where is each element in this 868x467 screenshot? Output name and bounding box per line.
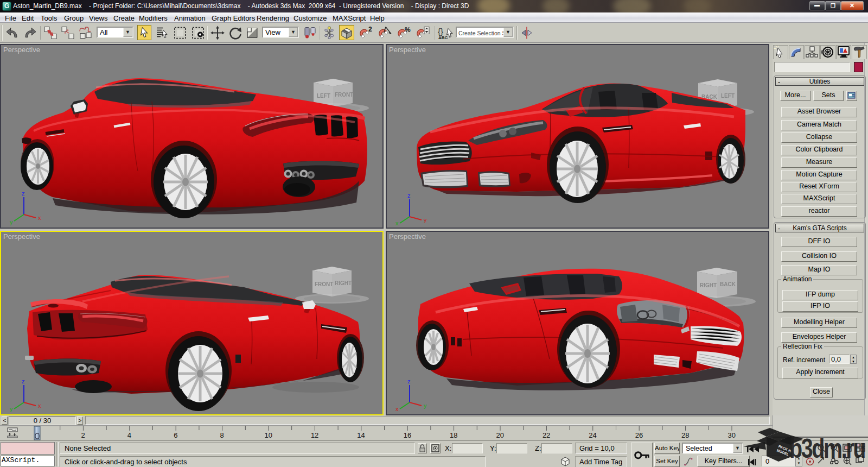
svg-text:RIGHT: RIGHT <box>700 282 717 288</box>
svg-text:%: % <box>405 26 411 34</box>
svg-text:z: z <box>407 192 411 199</box>
svg-text:ABC: ABC <box>438 35 448 40</box>
svg-text:18: 18 <box>450 431 457 439</box>
svg-text:FRONT: FRONT <box>315 281 333 287</box>
svg-text:30: 30 <box>728 431 736 439</box>
svg-text:z: z <box>22 378 25 384</box>
svg-text:10: 10 <box>265 431 272 439</box>
svg-text:z: z <box>407 378 411 384</box>
svg-text:b3dm.ru: b3dm.ru <box>789 433 865 464</box>
svg-text:y: y <box>10 219 13 225</box>
svg-text:28: 28 <box>681 431 689 439</box>
svg-text:2: 2 <box>81 431 85 439</box>
svg-text:y: y <box>10 406 13 412</box>
svg-text:20: 20 <box>496 431 504 439</box>
svg-text:12: 12 <box>311 431 318 439</box>
svg-text:26: 26 <box>635 431 643 439</box>
svg-text:LEFT: LEFT <box>317 93 330 99</box>
svg-text:16: 16 <box>404 431 411 439</box>
svg-text:x: x <box>395 406 399 412</box>
svg-text:x: x <box>38 214 41 221</box>
svg-text:x: x <box>395 220 399 226</box>
svg-text:4: 4 <box>127 431 131 439</box>
svg-text:8: 8 <box>220 431 224 439</box>
svg-text:BACK: BACK <box>720 281 736 287</box>
svg-text:22: 22 <box>542 431 550 439</box>
svg-text:x: x <box>38 402 41 409</box>
svg-text:LEFT: LEFT <box>721 93 735 99</box>
svg-text:14: 14 <box>357 431 365 439</box>
svg-text:24: 24 <box>589 431 596 439</box>
svg-text:y: y <box>424 402 427 409</box>
svg-text:y: y <box>424 217 427 223</box>
svg-text:2: 2 <box>368 26 372 33</box>
svg-text:z: z <box>22 190 25 197</box>
svg-text:{}: {} <box>438 27 443 36</box>
svg-text:6: 6 <box>174 431 177 439</box>
svg-text:FRONT: FRONT <box>335 92 353 98</box>
svg-text:RIGHT: RIGHT <box>335 280 352 286</box>
